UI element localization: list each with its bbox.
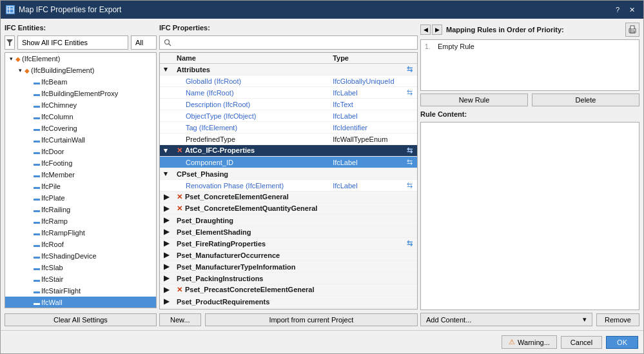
entity-controls: Show All IFC Entities All [5,35,157,50]
group-cpset-phasing[interactable]: ▾ CPset_Phasing [160,168,417,180]
group-pset-concrete-general[interactable]: ▶ ✕Pset_ConcreteElementGeneral [160,192,417,203]
svg-rect-8 [630,31,634,33]
expand-icon [24,205,34,214]
group-pset-qty-takeoff[interactable]: ▶ Pset_QuantityTakeOff ⇆ [160,308,417,310]
prop-type: IfcIdentifier [329,122,402,133]
tree-item-ifcRailing[interactable]: ▬ IfcRailing [5,204,156,215]
props-table-container[interactable]: Name Type ▾ Attributes ⇆ [159,52,418,310]
col-type: Type [329,53,402,64]
item-label: IfcWall [41,299,63,306]
cancel-button[interactable]: Cancel [561,336,602,349]
warning-label: Warning... [518,339,550,346]
nav-left-button[interactable]: ◀ [420,25,431,35]
row-renovation-phase[interactable]: Renovation Phase (IfcElement) IfcLabel ⇆ [160,180,417,192]
tree-item-ifcShadingDevice[interactable]: ▬ IfcShadingDevice [5,250,156,262]
group-name: Pset_FireRatingProperties [173,238,329,250]
row-objecttype[interactable]: ObjectType (IfcObject) IfcLabel [160,110,417,122]
tree-item-ifcBuildingElement[interactable]: ▾ ◆ (IfcBuildingElement) [5,64,156,76]
group-pset-manufacturer-type[interactable]: ▶ Pset_ManufacturerTypeInformation [160,261,417,273]
expand-icon [24,135,34,144]
group-name: Pset_ManufacturerOccurrence [173,250,329,261]
tree-item-ifcColumn[interactable]: ▬ IfcColumn [5,111,156,123]
content-area: IFC Entities: Show All IFC Entities All … [1,19,643,330]
remove-button[interactable]: Remove [596,313,639,326]
group-pset-precast[interactable]: ▶ ✕Pset_PrecastConcreteElementGeneral [160,284,417,296]
group-name: ✕Pset_ConcreteElementQuantityGeneral [173,203,329,215]
tree-item-ifcSlab[interactable]: ▬ IfcSlab [5,262,156,273]
tree-item-ifcRamp[interactable]: ▬ IfcRamp [5,215,156,227]
tree-item-ifcBeam[interactable]: ▬ IfcBeam [5,76,156,88]
ok-button[interactable]: OK [606,336,638,349]
expand-cell: ▾ [160,64,173,75]
expand-cell: ▶ [160,284,173,296]
node-icon: ▬ [34,172,40,179]
node-icon: ▬ [34,113,40,121]
search-input[interactable] [174,39,413,46]
tree-item-ifcPile[interactable]: ▬ IfcPile [5,181,156,192]
new-button[interactable]: New... [159,313,201,326]
delete-button[interactable]: Delete [532,93,639,106]
expand-icon [24,228,34,237]
row-name[interactable]: Name (IfcRoot) IfcLabel ⇆ [160,87,417,99]
nav-right-button[interactable]: ▶ [432,25,442,35]
node-icon: ▬ [34,195,40,202]
item-label: IfcShadingDevice [41,252,97,260]
item-label: IfcRailing [41,206,70,213]
group-pset-packing[interactable]: ▶ Pset_PackingInstructions [160,273,417,284]
expand-icon [24,217,34,226]
rule-item[interactable]: 1. Empty Rule [422,41,638,52]
group-pset-firerating[interactable]: ▶ Pset_FireRatingProperties ⇆ [160,238,417,250]
row-description[interactable]: Description (IfcRoot) IfcText [160,99,417,110]
group-pset-manufacturer-occ[interactable]: ▶ Pset_ManufacturerOccurrence [160,250,417,261]
tree-item-ifcStair[interactable]: ▬ IfcStair [5,273,156,285]
filter-dropdown[interactable]: All [131,35,157,50]
import-button[interactable]: Import from current Project [205,313,418,326]
add-content-button[interactable]: Add Content... ▾ [420,313,592,326]
tree-item-ifcChimney[interactable]: ▬ IfcChimney [5,99,156,111]
tree-item-ifcCurtainWall[interactable]: ▬ IfcCurtainWall [5,134,156,146]
row-tag[interactable]: Tag (IfcElement) IfcIdentifier [160,122,417,133]
prop-name: ObjectType (IfcObject) [173,110,329,122]
warning-button[interactable]: ⚠ Warning... [502,335,557,349]
group-pset-concrete-qty[interactable]: ▶ ✕Pset_ConcreteElementQuantityGeneral [160,203,417,215]
row-component-id[interactable]: Component_ID IfcLabel ⇆ [160,157,417,168]
entity-tree[interactable]: ▾ ◆ (IfcElement) ▾ ◆ (IfcBuildingElement… [5,52,157,308]
row-predefined[interactable]: PredefinedType IfcWallTypeEnum [160,133,417,145]
item-label: IfcRamp [41,217,68,225]
left-panel: IFC Entities: Show All IFC Entities All … [5,23,157,326]
tree-item-ifcRampFlight[interactable]: ▬ IfcRampFlight [5,227,156,239]
tree-item-ifcWall[interactable]: ▬ IfcWall [5,297,156,308]
clear-all-button[interactable]: Clear All Settings [5,313,157,326]
svg-point-9 [630,30,631,31]
print-icon[interactable] [625,23,639,37]
group-name: ✕AtCo_IFC-Properties [173,145,329,157]
expand-icon [24,112,34,121]
tree-item-ifcRoof[interactable]: ▬ IfcRoof [5,239,156,250]
group-pset-product-req[interactable]: ▶ Pset_ProductRequirements [160,296,417,308]
tree-item-ifcStairFlight[interactable]: ▬ IfcStairFlight [5,285,156,297]
tree-item-ifcMember[interactable]: ▬ IfcMember [5,169,156,181]
group-pset-elementshading[interactable]: ▶ Pset_ElementShading [160,226,417,238]
rule-label: Empty Rule [438,43,474,50]
new-rule-button[interactable]: New Rule [420,93,528,106]
rules-list[interactable]: 1. Empty Rule [420,39,639,91]
group-atco[interactable]: ▾ ✕AtCo_IFC-Properties ⇆ [160,145,417,157]
tree-item-ifcDoor[interactable]: ▬ IfcDoor [5,146,156,157]
group-pset-draughting[interactable]: ▶ Pset_Draughting [160,215,417,226]
tree-item-ifcElement[interactable]: ▾ ◆ (IfcElement) [5,53,156,64]
tree-item-ifcCovering[interactable]: ▬ IfcCovering [5,123,156,134]
show-all-dropdown[interactable]: Show All IFC Entities [17,35,128,50]
expand-cell: ▾ [160,145,173,157]
group-attributes[interactable]: ▾ Attributes ⇆ [160,64,417,75]
row-globalid[interactable]: GlobalId (IfcRoot) IfcGloballyUniqueId [160,75,417,87]
tree-item-ifcBuildingElementProxy[interactable]: ▬ IfcBuildingElementProxy [5,88,156,99]
tree-item-ifcPlate[interactable]: ▬ IfcPlate [5,192,156,204]
help-button[interactable]: ? [611,3,624,16]
item-label: IfcCurtainWall [41,136,85,144]
tree-item-ifcFooting[interactable]: ▬ IfcFooting [5,157,156,169]
filter-icon[interactable] [5,35,15,50]
group-type [329,296,402,308]
item-label: IfcMember [41,171,75,179]
node-icon: ▬ [34,253,40,260]
close-button[interactable]: ✕ [625,3,638,16]
